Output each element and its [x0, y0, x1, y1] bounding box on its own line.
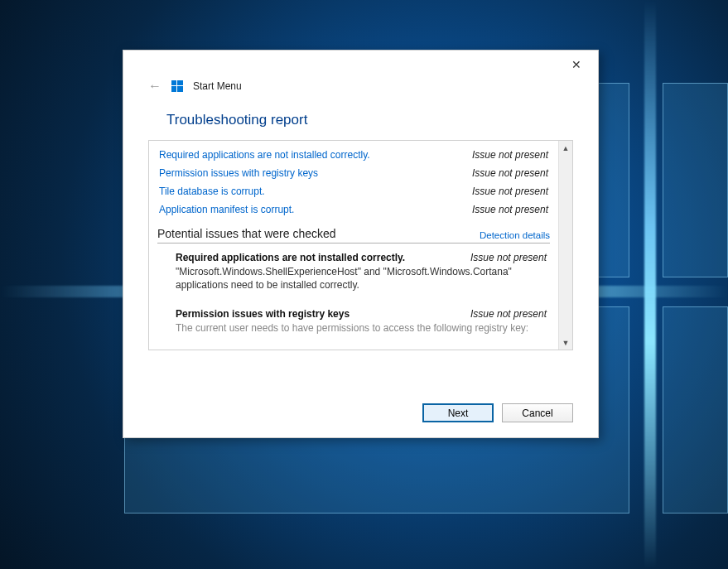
header: ← Start Menu	[123, 79, 598, 100]
section-title: Potential issues that were checked	[157, 227, 336, 240]
next-button[interactable]: Next	[422, 403, 494, 422]
scroll-down-icon[interactable]: ▼	[559, 335, 572, 350]
issue-status: Issue not present	[472, 186, 548, 197]
cancel-button[interactable]: Cancel	[502, 403, 573, 422]
issue-row: Required applications are not installed …	[157, 146, 550, 164]
issue-link[interactable]: Application manifest is corrupt.	[159, 204, 294, 215]
page-title: Troubleshooting report	[123, 100, 598, 140]
detail-item: Permission issues with registry keys Iss…	[157, 300, 550, 343]
dialog-footer: Next Cancel	[123, 392, 598, 437]
scroll-up-icon[interactable]: ▲	[559, 141, 572, 155]
back-arrow-icon[interactable]: ←	[148, 79, 162, 94]
issue-row: Application manifest is corrupt. Issue n…	[157, 200, 550, 219]
detail-status: Issue not present	[470, 252, 547, 263]
issue-status: Issue not present	[472, 149, 548, 161]
detail-status: Issue not present	[470, 308, 547, 320]
section-header: Potential issues that were checked Detec…	[157, 227, 550, 244]
issue-status: Issue not present	[472, 167, 548, 179]
troubleshooter-dialog: ✕ ← Start Menu Troubleshooting report Re…	[123, 50, 599, 438]
detail-description: The current user needs to have permissio…	[174, 321, 548, 341]
report-panel: Required applications are not installed …	[148, 140, 573, 350]
issue-link[interactable]: Tile database is corrupt.	[159, 186, 265, 197]
titlebar: ✕	[123, 51, 598, 79]
issue-link[interactable]: Required applications are not installed …	[159, 149, 370, 161]
windows-logo-icon	[171, 80, 183, 92]
detail-title: Permission issues with registry keys	[176, 308, 350, 320]
issue-row: Tile database is corrupt. Issue not pres…	[157, 182, 550, 200]
close-icon[interactable]: ✕	[566, 55, 586, 75]
scrollbar[interactable]: ▲ ▼	[558, 141, 572, 350]
app-title: Start Menu	[193, 80, 242, 92]
detail-title: Required applications are not installed …	[176, 252, 405, 263]
issue-row: Permission issues with registry keys Iss…	[157, 164, 550, 182]
detail-item: Required applications are not installed …	[157, 244, 550, 300]
detail-description: "Microsoft.Windows.ShellExperienceHost" …	[174, 265, 548, 298]
issue-link[interactable]: Permission issues with registry keys	[159, 167, 318, 179]
issue-status: Issue not present	[472, 204, 548, 215]
detection-details-link[interactable]: Detection details	[480, 230, 550, 240]
